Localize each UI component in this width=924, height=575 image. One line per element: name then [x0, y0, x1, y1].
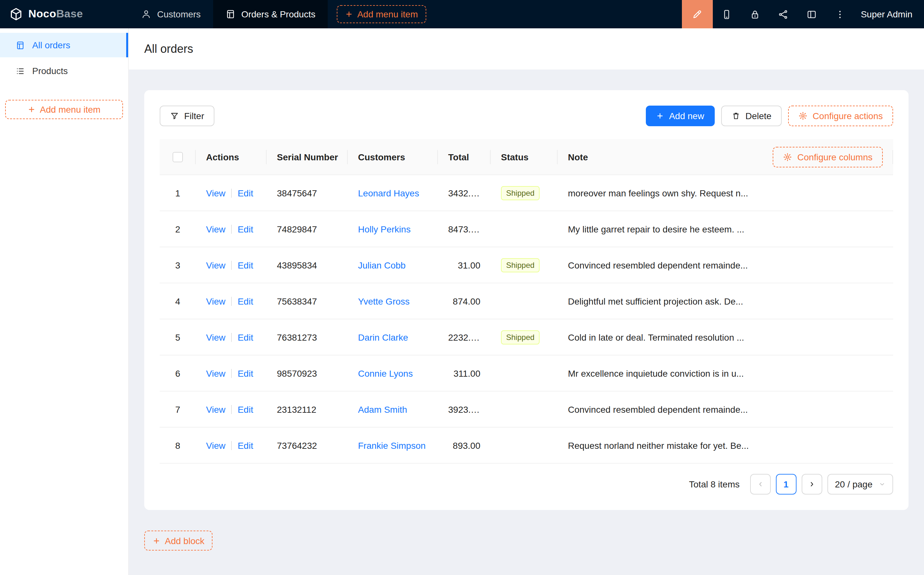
- table-row: 2 View Edit 74829847 Holly Perkins 8473.…: [160, 211, 893, 247]
- note-cell: My little garret repair to desire he est…: [557, 224, 893, 234]
- list-icon: [16, 66, 25, 76]
- edit-link[interactable]: Edit: [238, 296, 253, 306]
- view-link[interactable]: View: [206, 440, 225, 450]
- row-index: 1: [160, 188, 196, 198]
- select-all-cell: [160, 152, 196, 162]
- serial-cell: 74829847: [267, 224, 348, 234]
- select-all-checkbox[interactable]: [173, 152, 183, 162]
- table-row: 3 View Edit 43895834 Julian Cobb 31.00 S…: [160, 247, 893, 283]
- view-link[interactable]: View: [206, 260, 225, 270]
- sidebar: All orders Products Add menu item: [0, 28, 129, 575]
- table-row: 6 View Edit 98570923 Connie Lyons 311.00…: [160, 356, 893, 391]
- topbar-add-menu-item-button[interactable]: Add menu item: [337, 5, 426, 23]
- row-actions: View Edit: [196, 260, 267, 270]
- delete-button[interactable]: Delete: [721, 106, 782, 126]
- page-header: All orders: [129, 28, 924, 70]
- note-cell: Cold in late or deal. Terminated resolut…: [557, 332, 893, 342]
- customer-link[interactable]: Yvette Gross: [358, 296, 410, 306]
- edit-link[interactable]: Edit: [238, 404, 253, 415]
- column-header-total: Total: [438, 152, 491, 162]
- note-cell: moreover man feelings own shy. Request n…: [557, 188, 893, 198]
- logo[interactable]: NocoBase: [0, 7, 129, 21]
- main-area: All orders Filter: [129, 28, 924, 575]
- view-link[interactable]: View: [206, 296, 225, 306]
- page-title: All orders: [144, 42, 193, 56]
- pagination-next-button[interactable]: [801, 474, 822, 494]
- pagination-prev-button[interactable]: [750, 474, 770, 494]
- filter-button[interactable]: Filter: [160, 106, 214, 126]
- row-actions: View Edit: [196, 188, 267, 198]
- view-link[interactable]: View: [206, 368, 225, 378]
- pagination: Total 8 items 1: [160, 474, 893, 494]
- column-header-customers: Customers: [348, 152, 438, 162]
- status-cell: Shipped: [491, 258, 557, 272]
- total-cell: 3432.00: [438, 188, 491, 198]
- customer-link[interactable]: Adam Smith: [358, 404, 407, 415]
- total-cell: 31.00: [438, 260, 491, 270]
- action-divider: [231, 260, 232, 270]
- layout-icon[interactable]: [798, 0, 826, 28]
- sidebar-item-products[interactable]: Products: [0, 59, 128, 83]
- customer-link[interactable]: Connie Lyons: [358, 368, 413, 378]
- plus-icon: [152, 537, 160, 545]
- edit-link[interactable]: Edit: [238, 332, 253, 342]
- action-divider: [231, 405, 232, 414]
- total-cell: 311.00: [438, 368, 491, 378]
- edit-link[interactable]: Edit: [238, 368, 253, 378]
- view-link[interactable]: View: [206, 188, 225, 198]
- customer-link[interactable]: Julian Cobb: [358, 260, 406, 270]
- nav-item-customers[interactable]: Customers: [129, 0, 213, 28]
- lock-icon[interactable]: [741, 0, 770, 28]
- user-menu[interactable]: Super Admin: [861, 9, 913, 19]
- total-cell: 3923.00: [438, 404, 491, 415]
- status-tag: Shipped: [501, 258, 540, 272]
- edit-link[interactable]: Edit: [238, 260, 253, 270]
- app-root: NocoBase Customers Orders & Products: [0, 0, 924, 575]
- view-link[interactable]: View: [206, 404, 225, 415]
- designer-pen-icon[interactable]: [682, 0, 713, 28]
- page-size-select[interactable]: 20 / page: [827, 474, 893, 494]
- more-icon[interactable]: [826, 0, 854, 28]
- customer-link[interactable]: Frankie Simpson: [358, 440, 425, 450]
- table-toolbar: Filter Add new: [160, 106, 893, 126]
- note-cell: Convinced resembled dependent remainde..…: [557, 260, 893, 270]
- edit-link[interactable]: Edit: [238, 440, 253, 450]
- row-index: 8: [160, 440, 196, 450]
- pagination-page-1[interactable]: 1: [776, 474, 796, 494]
- view-link[interactable]: View: [206, 224, 225, 234]
- trash-icon: [731, 111, 740, 121]
- sidebar-item-all-orders[interactable]: All orders: [0, 33, 128, 57]
- sidebar-item-label: All orders: [32, 40, 70, 50]
- configure-columns-button[interactable]: Configure columns: [773, 146, 883, 167]
- configure-actions-button[interactable]: Configure actions: [788, 106, 893, 126]
- plus-icon: [345, 10, 353, 18]
- add-new-button[interactable]: Add new: [646, 106, 714, 126]
- customer-link[interactable]: Holly Perkins: [358, 224, 411, 234]
- edit-link[interactable]: Edit: [238, 188, 253, 198]
- table-body: 1 View Edit 38475647 Leonard Hayes 3432.…: [160, 175, 893, 464]
- serial-cell: 98570923: [267, 368, 348, 378]
- customer-link[interactable]: Darin Clarke: [358, 332, 408, 342]
- table-row: 1 View Edit 38475647 Leonard Hayes 3432.…: [160, 175, 893, 211]
- view-link[interactable]: View: [206, 332, 225, 342]
- serial-cell: 43895834: [267, 260, 348, 270]
- serial-cell: 76381273: [267, 332, 348, 342]
- api-icon[interactable]: [770, 0, 798, 28]
- add-block-button[interactable]: Add block: [144, 531, 213, 551]
- content-area: Filter Add new: [129, 70, 924, 575]
- row-index: 2: [160, 224, 196, 234]
- gear-icon: [783, 152, 792, 161]
- row-actions: View Edit: [196, 296, 267, 306]
- customers-icon: [141, 9, 151, 19]
- chevron-left-icon: [756, 480, 764, 488]
- sidebar-add-menu-item-button[interactable]: Add menu item: [5, 100, 123, 119]
- customer-link[interactable]: Leonard Hayes: [358, 188, 419, 198]
- plus-icon: [28, 106, 35, 113]
- mobile-icon[interactable]: [713, 0, 741, 28]
- top-nav: Customers Orders & Products: [129, 0, 328, 28]
- nav-item-orders-products[interactable]: Orders & Products: [213, 0, 327, 28]
- filter-icon: [170, 111, 179, 121]
- edit-link[interactable]: Edit: [238, 224, 253, 234]
- table-row: 8 View Edit 73764232 Frankie Simpson 893…: [160, 427, 893, 464]
- action-divider: [231, 224, 232, 233]
